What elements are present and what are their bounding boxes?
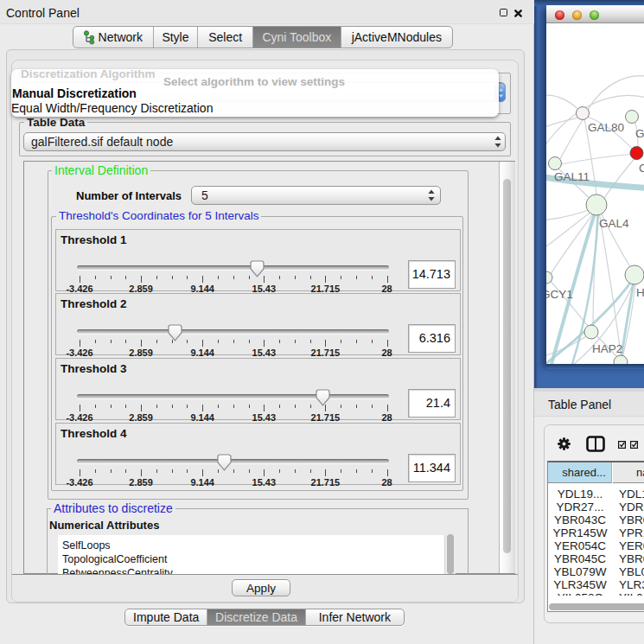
svg-text:GAL11: GAL11 [554,170,590,183]
svg-text:GAL4: GAL4 [599,217,629,230]
svg-text:H: H [636,286,644,299]
svg-text:GAL80: GAL80 [588,121,624,134]
svg-text:HAP2: HAP2 [592,342,622,355]
svg-text:C: C [639,162,644,175]
svg-text:GA: GA [635,127,644,140]
svg-text:GCY1: GCY1 [546,288,573,301]
